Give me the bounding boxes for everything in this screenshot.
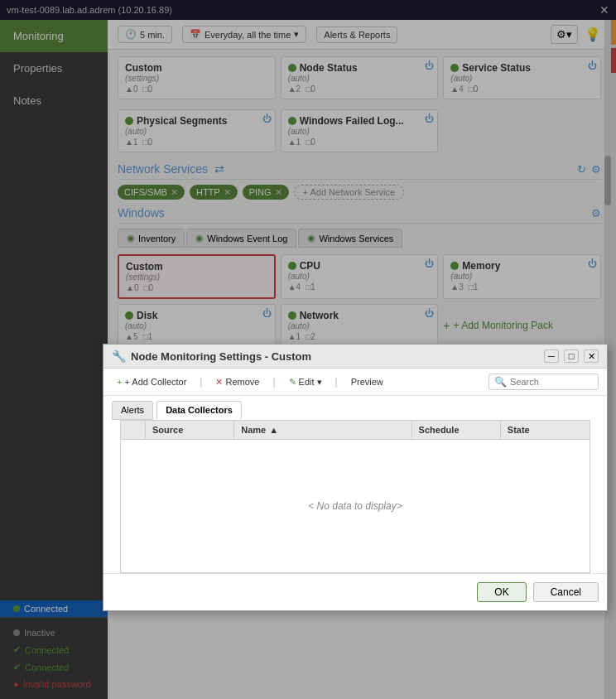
modal-table: Source Name ▲ Schedule State < No data t…: [120, 420, 590, 573]
modal-minimize-button[interactable]: ─: [544, 350, 559, 363]
col-name[interactable]: Name ▲: [234, 421, 411, 439]
modal-controls: ─ □ ✕: [544, 350, 599, 363]
modal-tab-data-collectors[interactable]: Data Collectors: [156, 401, 242, 420]
edit-label: Edit: [299, 377, 315, 387]
modal-dialog: 🔧 Node Monitoring Settings - Custom ─ □ …: [103, 344, 608, 611]
toolbar-sep-3: |: [335, 376, 338, 388]
modal-maximize-button[interactable]: □: [564, 350, 579, 363]
col-schedule[interactable]: Schedule: [412, 421, 501, 439]
edit-icon: ✎: [289, 377, 296, 388]
cancel-button[interactable]: Cancel: [533, 582, 599, 602]
search-icon: 🔍: [494, 376, 507, 388]
modal-titlebar: 🔧 Node Monitoring Settings - Custom ─ □ …: [103, 345, 607, 369]
sort-icon: ▲: [269, 425, 278, 435]
modal-title-text: Node Monitoring Settings - Custom: [131, 350, 311, 363]
edit-button[interactable]: ✎ Edit ▾: [284, 375, 327, 389]
remove-icon: ✕: [215, 377, 223, 388]
add-collector-button[interactable]: + + Add Collector: [112, 375, 191, 388]
preview-button[interactable]: Preview: [346, 375, 388, 388]
tab-alerts-label: Alerts: [121, 405, 144, 415]
col-checkbox: [121, 421, 146, 439]
modal-footer: OK Cancel: [103, 573, 607, 610]
toolbar-sep-1: |: [200, 376, 202, 388]
source-label: Source: [152, 425, 183, 435]
modal-overlay: 🔧 Node Monitoring Settings - Custom ─ □ …: [0, 0, 616, 699]
modal-close-button[interactable]: ✕: [584, 350, 599, 363]
modal-table-header: Source Name ▲ Schedule State: [121, 421, 590, 440]
preview-label: Preview: [351, 377, 383, 387]
modal-table-body: < No data to display>: [121, 440, 590, 572]
state-label: State: [508, 425, 530, 435]
modal-tab-alerts[interactable]: Alerts: [112, 401, 153, 420]
remove-label: Remove: [225, 377, 259, 387]
no-data-message: < No data to display>: [308, 500, 402, 512]
modal-title: 🔧 Node Monitoring Settings - Custom: [112, 350, 311, 363]
modal-search[interactable]: 🔍: [488, 374, 599, 390]
add-icon: +: [117, 377, 122, 387]
name-label: Name: [241, 425, 266, 435]
col-source[interactable]: Source: [146, 421, 234, 439]
toolbar-sep-2: |: [272, 376, 275, 388]
search-input[interactable]: [510, 377, 593, 387]
modal-table-container: Source Name ▲ Schedule State < No data t…: [112, 420, 599, 573]
modal-tabs: Alerts Data Collectors: [103, 396, 607, 420]
modal-toolbar: + + Add Collector | ✕ Remove | ✎ Edit ▾ …: [103, 369, 607, 396]
remove-button[interactable]: ✕ Remove: [210, 375, 264, 389]
modal-icon: 🔧: [112, 350, 126, 363]
add-collector-label: + Add Collector: [124, 377, 186, 387]
edit-chevron-icon: ▾: [317, 377, 322, 388]
ok-button[interactable]: OK: [477, 582, 526, 602]
col-state[interactable]: State: [501, 421, 590, 439]
schedule-label: Schedule: [419, 425, 460, 435]
tab-data-collectors-label: Data Collectors: [166, 405, 233, 415]
